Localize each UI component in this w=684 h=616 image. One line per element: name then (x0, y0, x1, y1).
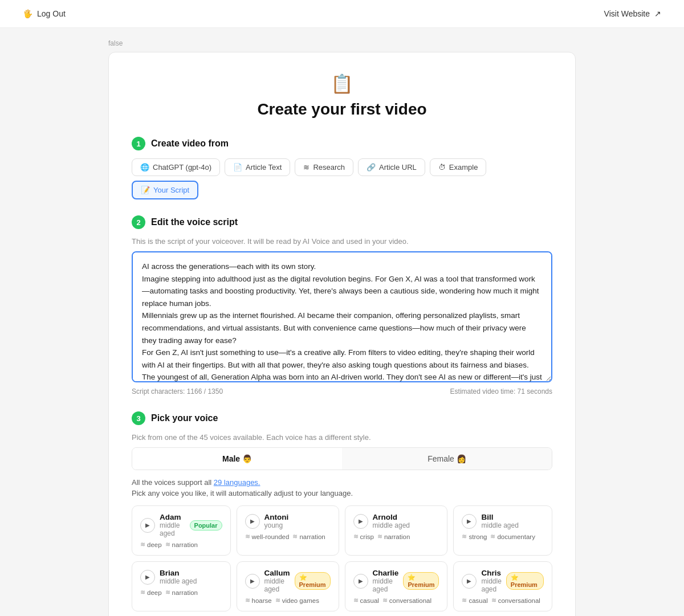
script-chars: Script characters: 1166 / 1350 (132, 387, 223, 395)
voice-antoni-info: Antoni young (264, 513, 331, 529)
callum-tag-videogames: video games (275, 597, 319, 604)
voice-chris-tags: casual conversational (462, 597, 544, 604)
step3-header: 3 Pick your voice (132, 411, 552, 425)
voice-callum-tags: hoarse video games (245, 597, 331, 604)
play-arnold-button[interactable]: ▶ (353, 514, 368, 529)
tab-chatgpt-label: ChatGPT (gpt-4o) (153, 163, 211, 172)
play-bill-button[interactable]: ▶ (462, 514, 477, 529)
adam-tag-deep: deep (140, 541, 162, 548)
step3-badge: 3 (132, 411, 145, 425)
chris-tag-conversational: conversational (491, 597, 540, 604)
chris-tag-casual: casual (462, 597, 487, 604)
voice-card-charlie[interactable]: ▶ Charlie middle aged ⭐ Premium casual c… (345, 561, 448, 611)
voice-adam-age: middle aged (160, 521, 185, 537)
voice-chris-age: middle aged (481, 577, 501, 593)
voice-card-arnold[interactable]: ▶ Arnold middle aged crisp narration (345, 505, 448, 556)
logout-icon: 🖐 (23, 9, 32, 18)
step2-title: Edit the voice script (151, 217, 238, 227)
play-charlie-button[interactable]: ▶ (353, 574, 368, 589)
voice-brian-tags: deep narration (140, 589, 222, 596)
arnold-tag-crisp: crisp (353, 533, 374, 540)
voice-adam-name: Adam (160, 513, 185, 521)
voice-card-antoni[interactable]: ▶ Antoni young well-rounded narration (237, 505, 339, 556)
voice-gender-tabs: Male 👨 Female 👩 (132, 447, 552, 470)
tab-article-text[interactable]: 📄 Article Text (225, 158, 290, 176)
step3-title: Pick your voice (151, 413, 218, 423)
voice-chris-info: Chris middle aged (481, 569, 501, 593)
tab-article-url[interactable]: 🔗 Article URL (358, 158, 425, 176)
visit-website-button[interactable]: Visit Website ↗ (604, 9, 661, 18)
voice-antoni-tags: well-rounded narration (245, 533, 331, 540)
tab-article-text-label: Article Text (246, 163, 282, 172)
voice-brian-name: Brian (160, 569, 222, 577)
voice-charlie-header: ▶ Charlie middle aged ⭐ Premium (353, 569, 439, 593)
tab-research[interactable]: ≋ Research (295, 158, 353, 176)
voice-bill-info: Bill middle aged (481, 513, 544, 529)
play-chris-button[interactable]: ▶ (462, 574, 477, 589)
your-script-icon: 📝 (141, 186, 150, 194)
bill-tag-strong: strong (462, 533, 487, 540)
play-callum-button[interactable]: ▶ (245, 574, 260, 589)
voice-card-adam[interactable]: ▶ Adam middle aged Popular deep narratio… (132, 505, 231, 556)
research-icon: ≋ (303, 163, 310, 172)
tab-chatgpt[interactable]: 🌐 ChatGPT (gpt-4o) (132, 158, 220, 176)
play-brian-button[interactable]: ▶ (140, 570, 155, 585)
antoni-tag-wellrounded: well-rounded (245, 533, 290, 540)
voice-brian-info: Brian middle aged (160, 569, 222, 585)
callum-premium-badge: ⭐ Premium (295, 572, 331, 590)
languages-link[interactable]: 29 languages. (214, 478, 260, 487)
step1-header: 1 Create video from (132, 137, 552, 150)
voice-card-chris[interactable]: ▶ Chris middle aged ⭐ Premium casual con… (453, 561, 552, 611)
voice-chris-name: Chris (481, 569, 501, 577)
brian-tag-deep: deep (140, 589, 162, 596)
voice-brian-age: middle aged (160, 577, 222, 585)
article-url-icon: 🔗 (367, 163, 376, 172)
step2-subtitle: This is the script of your voiceover. It… (132, 237, 552, 246)
voice-bill-header: ▶ Bill middle aged (462, 513, 544, 529)
language-note-text: All the voices support all (132, 478, 214, 487)
voices-grid: ▶ Adam middle aged Popular deep narratio… (132, 505, 552, 611)
voice-arnold-age: middle aged (373, 521, 439, 529)
example-icon: ⏱ (438, 163, 446, 172)
charlie-tag-conversational: conversational (382, 597, 431, 604)
voice-callum-info: Callum middle aged (264, 569, 290, 593)
voice-charlie-name: Charlie (373, 569, 399, 577)
voice-brian-header: ▶ Brian middle aged (140, 569, 222, 585)
main-container: false 📋 Create your first video 1 Create… (97, 28, 587, 616)
voice-arnold-name: Arnold (373, 513, 439, 521)
page-icon: 📋 (132, 73, 552, 95)
voice-adam-tags: deep narration (140, 541, 222, 548)
voice-tab-male[interactable]: Male 👨 (132, 448, 342, 470)
tab-example-label: Example (449, 163, 478, 172)
voice-chris-header: ▶ Chris middle aged ⭐ Premium (462, 569, 544, 593)
voice-card-bill[interactable]: ▶ Bill middle aged strong documentary (453, 505, 552, 556)
script-textarea[interactable]: AI across the generations—each with its … (132, 251, 552, 382)
voice-callum-header: ▶ Callum middle aged ⭐ Premium (245, 569, 331, 593)
tab-your-script-label: Your Script (153, 186, 189, 194)
voice-bill-name: Bill (481, 513, 544, 521)
top-bar: 🖐 Log Out Visit Website ↗ (0, 0, 684, 28)
voice-tab-female[interactable]: Female 👩 (342, 448, 552, 470)
voice-antoni-age: young (264, 521, 331, 529)
page-title: Create your first video (132, 100, 552, 119)
step1-title: Create video from (151, 138, 229, 149)
logout-button[interactable]: 🖐 Log Out (23, 9, 66, 18)
chatgpt-icon: 🌐 (140, 163, 149, 172)
charlie-tag-casual: casual (353, 597, 379, 604)
voice-charlie-tags: casual conversational (353, 597, 439, 604)
voice-card-callum[interactable]: ▶ Callum middle aged ⭐ Premium hoarse vi… (237, 561, 339, 611)
tab-example[interactable]: ⏱ Example (430, 158, 487, 176)
voice-card-brian[interactable]: ▶ Brian middle aged deep narration (132, 561, 231, 611)
voice-callum-age: middle aged (264, 577, 290, 593)
main-card: 📋 Create your first video 1 Create video… (108, 52, 576, 616)
play-antoni-button[interactable]: ▶ (245, 514, 260, 529)
script-meta: Script characters: 1166 / 1350 Estimated… (132, 387, 552, 395)
adam-tag-narration: narration (165, 541, 198, 548)
tab-your-script[interactable]: 📝 Your Script (132, 181, 198, 199)
play-adam-button[interactable]: ▶ (140, 518, 155, 533)
brian-tag-narration: narration (165, 589, 198, 596)
voice-bill-tags: strong documentary (462, 533, 544, 540)
false-badge: false (108, 39, 576, 47)
visit-label: Visit Website (604, 9, 650, 18)
logout-label: Log Out (37, 9, 66, 18)
